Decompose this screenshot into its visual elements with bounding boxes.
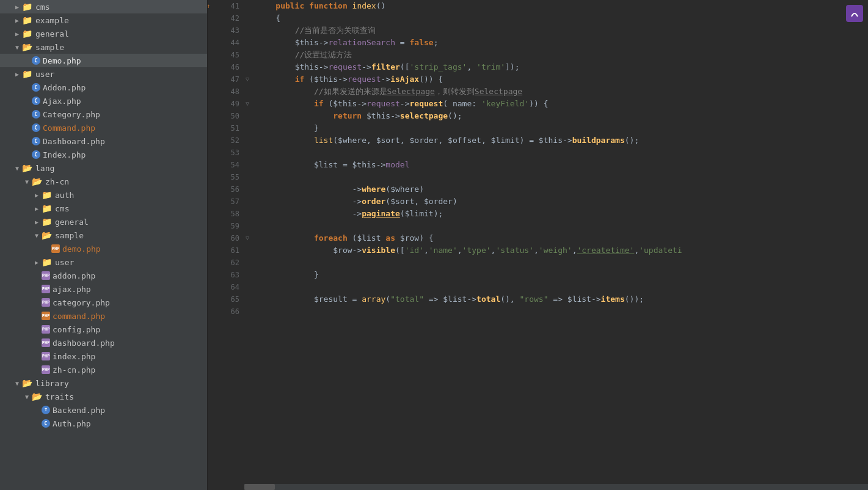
line-num-56: 56 [208, 183, 244, 196]
sidebar-item-dashboard-php-lang[interactable]: PHP dashboard.php [0, 336, 207, 349]
sidebar-item-sample2[interactable]: ▼ 📂 sample [0, 229, 207, 242]
sidebar-item-user[interactable]: ▶ 📁 user [0, 67, 207, 81]
sidebar-item-config-php[interactable]: PHP config.php [0, 323, 207, 336]
sidebar-item-label: ajax.php [53, 285, 91, 294]
sidebar-item-addon-php[interactable]: C Addon.php [0, 81, 207, 94]
sidebar-item-label: Demo.php [43, 56, 81, 65]
sidebar-item-label: auth [55, 191, 74, 200]
sidebar-item-example[interactable]: ▶ 📁 example [0, 13, 207, 27]
sidebar-item-label: Index.php [43, 150, 86, 159]
php-c-icon: C [32, 83, 40, 92]
folder-icon: 📂 [22, 163, 33, 173]
sidebar-item-demo-php[interactable]: C Demo.php [0, 54, 207, 67]
code-line [257, 257, 868, 269]
sidebar-item-category-php[interactable]: C Category.php [0, 108, 207, 121]
sidebar-item-label: cms [55, 204, 69, 213]
code-line: $list = $this->model [257, 159, 868, 171]
sidebar-item-library[interactable]: ▼ 📂 library [0, 376, 207, 390]
scrollbar-thumb[interactable] [244, 484, 275, 490]
sidebar-item-label: zh-cn.php [53, 365, 95, 375]
sidebar-item-lang[interactable]: ▼ 📂 lang [0, 161, 207, 175]
horizontal-scrollbar[interactable] [244, 484, 868, 490]
folder-icon: 📁 [22, 29, 33, 38]
line-num-50: 50 [208, 110, 244, 122]
sidebar-item-general2[interactable]: ▶ 📁 general [0, 215, 207, 229]
folder-icon: 📁 [22, 2, 33, 12]
sidebar-item-general[interactable]: ▶ 📁 general [0, 27, 207, 40]
sidebar-item-label: Ajax.php [43, 97, 81, 106]
line-num-63: 63 [208, 269, 244, 281]
line-num-57: 57 [208, 196, 244, 208]
line-num-61: 61 [208, 244, 244, 257]
php-file-icon: PHP [42, 312, 50, 320]
code-line: ->order($sort, $order) [257, 196, 868, 208]
php-file-icon: PHP [42, 285, 50, 293]
line-num-43: 43 [208, 24, 244, 37]
sidebar-item-command-php-lang[interactable]: PHP command.php [0, 309, 207, 323]
arrow-icon: ▼ [22, 178, 32, 185]
php-c-icon: C [32, 137, 40, 145]
line-num-62: 62 [208, 257, 244, 269]
sidebar-item-zh-cn[interactable]: ▼ 📂 zh-cn [0, 175, 207, 188]
sidebar-item-index-php-lang[interactable]: PHP index.php [0, 349, 207, 363]
sidebar-item-label: traits [45, 392, 74, 401]
code-line [257, 305, 868, 318]
code-line [257, 171, 868, 183]
sidebar-item-addon-php-lang[interactable]: PHP addon.php [0, 269, 207, 282]
php-file-icon: PHP [42, 298, 50, 307]
code-line: //设置过滤方法 [257, 49, 868, 61]
sidebar-item-auth-php[interactable]: C Auth.php [0, 417, 207, 430]
sidebar-item-label: library [35, 379, 69, 388]
folder-icon: 📂 [32, 392, 43, 401]
folder-icon: 📂 [32, 177, 43, 186]
code-line: if ($this->request->isAjax()) { [257, 73, 868, 86]
line-num-60: 60 ▽ [208, 232, 244, 244]
folder-icon: 📁 [42, 203, 53, 213]
code-line: $this->relationSearch = false; [257, 37, 868, 49]
file-tree[interactable]: ▶ 📁 cms ▶ 📁 example ▶ 📁 general ▼ 📂 samp… [0, 0, 208, 490]
arrow-icon: ▶ [32, 219, 42, 225]
code-editor: ↑ 41 42 43 44 45 46 47 ▽ 48 49 ▽ 50 51 5… [208, 0, 868, 490]
sidebar-item-ajax-php[interactable]: C Ajax.php [0, 94, 207, 108]
sidebar-item-index-php[interactable]: C Index.php [0, 148, 207, 161]
php-backend-icon: T [42, 406, 50, 414]
line-num-44: 44 [208, 37, 244, 49]
sidebar-item-user2[interactable]: ▶ 📁 user [0, 255, 207, 269]
sidebar-item-cms[interactable]: ▶ 📁 cms [0, 0, 207, 13]
sidebar-item-label: command.php [53, 312, 105, 321]
code-line [257, 281, 868, 293]
code-line: if ($this->request->request( name: 'keyF… [257, 98, 868, 110]
folder-icon: 📁 [22, 15, 33, 25]
sidebar-item-command-php[interactable]: C Command.php [0, 121, 207, 134]
arrow-icon: ▶ [12, 31, 22, 37]
sidebar-item-zh-cn-php[interactable]: PHP zh-cn.php [0, 363, 207, 376]
sidebar-item-label: Command.php [43, 123, 95, 133]
folder-icon: 📂 [42, 230, 53, 240]
sidebar-item-demo-php-lang[interactable]: PHP demo.php [0, 242, 207, 255]
sidebar-item-ajax-php-lang[interactable]: PHP ajax.php [0, 282, 207, 296]
line-num-45: 45 [208, 49, 244, 61]
sidebar-item-label: zh-cn [45, 177, 69, 186]
php-c-icon: C [32, 110, 40, 119]
arrow-icon: ▼ [12, 44, 22, 51]
code-line: ->paginate($limit); [257, 208, 868, 220]
arrow-icon: ▶ [12, 4, 22, 10]
sidebar-item-cms2[interactable]: ▶ 📁 cms [0, 202, 207, 215]
sidebar-item-label: Backend.php [53, 406, 105, 415]
sidebar-item-label: Category.php [43, 110, 100, 119]
sidebar-item-label: Addon.php [43, 83, 86, 92]
code-line: public function index() [257, 0, 868, 12]
sidebar-item-traits[interactable]: ▼ 📂 traits [0, 390, 207, 403]
sidebar-item-auth[interactable]: ▶ 📁 auth [0, 188, 207, 202]
sidebar-item-category-php-lang[interactable]: PHP category.php [0, 296, 207, 309]
line-num-66: 66 [208, 305, 244, 318]
sidebar-item-sample[interactable]: ▼ 📂 sample [0, 40, 207, 54]
sidebar-item-label: addon.php [53, 271, 95, 280]
sidebar-item-dashboard-php[interactable]: C Dashboard.php [0, 134, 207, 148]
php-file-icon: PHP [51, 244, 60, 253]
line-num-55: 55 [208, 171, 244, 183]
code-line: { [257, 12, 868, 24]
code-line: $result = array("total" => $list->total(… [257, 293, 868, 305]
sidebar-item-backend-php[interactable]: T Backend.php [0, 403, 207, 417]
line-num-41: ↑ 41 [208, 0, 244, 12]
